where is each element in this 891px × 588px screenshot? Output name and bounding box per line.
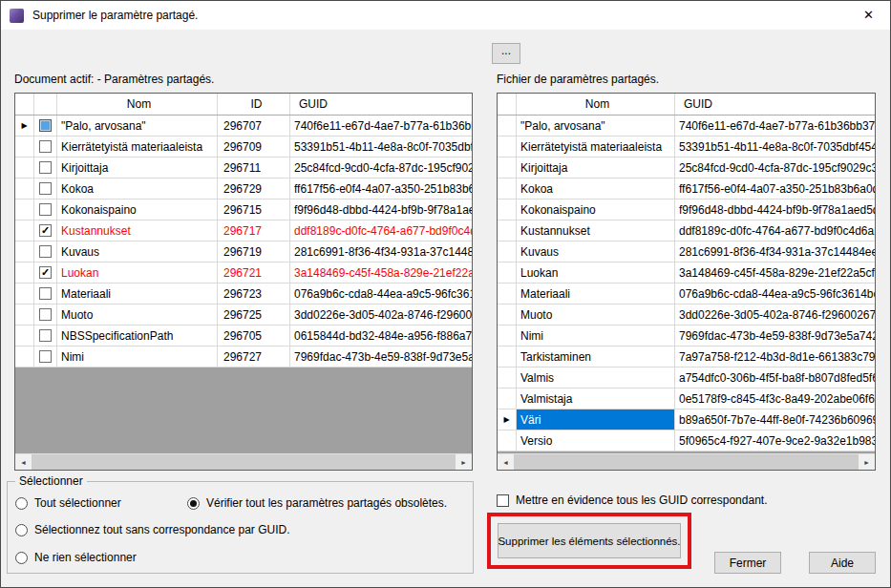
file-table-row[interactable]: Versio5f0965c4-f927-407e-9ce2-9a32e1b983… (498, 430, 875, 452)
row-checkbox-cell[interactable] (34, 304, 57, 325)
row-checkbox-cell[interactable]: ✓ (34, 262, 57, 283)
row-checkbox-cell[interactable] (34, 346, 57, 367)
file-table-row[interactable]: Nimi7969fdac-473b-4e59-838f-9d73e5a74295 (498, 326, 875, 346)
document-table-hscrollbar[interactable]: ◄ ► (15, 453, 472, 470)
row-checkbox-cell[interactable] (34, 136, 57, 157)
scroll-right-arrow-icon[interactable]: ► (859, 454, 875, 470)
file-table-row[interactable]: ▶Värib89a650f-7b7e-44ff-8e0f-74236b60969… (498, 410, 875, 430)
radio-select-none[interactable]: Ne rien sélectionner (15, 551, 137, 564)
scrollbar-thumb[interactable] (32, 454, 456, 470)
file-table-row[interactable]: Muoto3dd0226e-3d05-402a-8746-f296002671e… (498, 304, 875, 326)
document-table-row[interactable]: NBSSpecificationPath2967050615844d-bd32-… (15, 326, 472, 346)
row-checkbox-cell[interactable] (34, 116, 57, 136)
row-checkbox[interactable]: ✓ (39, 224, 52, 237)
param-name-cell: Valmistaja (517, 388, 675, 409)
row-checkbox[interactable] (39, 182, 52, 195)
file-table-row[interactable]: Valmisa754dfc0-306b-4f5f-ba8f-b807d8fed5… (498, 368, 875, 388)
file-table-row[interactable]: Kokoaff617f56-e0f4-4a07-a350-251b83b6a0d… (498, 178, 875, 200)
row-checkbox[interactable] (39, 350, 52, 363)
current-row-marker (498, 178, 517, 199)
document-table-row[interactable]: Kierrätetyistä materiaaleista29670953391… (15, 136, 472, 158)
help-button[interactable]: Aide (809, 552, 876, 574)
current-row-marker (498, 116, 517, 136)
file-table-row[interactable]: "Palo, arvosana"740f6e11-e67d-4ae7-b77a-… (498, 116, 875, 136)
param-id-cell: 296715 (218, 200, 290, 220)
scroll-left-arrow-icon[interactable]: ◄ (498, 454, 514, 470)
document-parameters-table: Nom ID GUID ▶"Palo, arvosana"296707740f6… (14, 93, 473, 471)
delete-selected-button[interactable]: Supprimer les éléments sélectionnés. (498, 523, 681, 558)
document-table-row[interactable]: Kirjoittaja29671125c84fcd-9cd0-4cfa-87dc… (15, 158, 472, 178)
row-checkbox[interactable] (39, 140, 52, 153)
file-table-row[interactable]: Kustannuksetddf8189c-d0fc-4764-a677-bd9f… (498, 220, 875, 242)
document-table-row[interactable]: Kuvaus296719281c6991-8f36-4f34-931a-37c1… (15, 242, 472, 262)
document-table-row[interactable]: Kokoa296729ff617f56-e0f4-4a07-a350-251b8… (15, 178, 472, 200)
document-table-row[interactable]: Materiaali296723076a9b6c-cda8-44ea-a9c5-… (15, 284, 472, 304)
file-table-row[interactable]: Kuvaus281c6991-8f36-4f34-931a-37c14484ee… (498, 242, 875, 262)
current-row-marker (498, 136, 517, 157)
row-checkbox[interactable] (39, 203, 52, 216)
row-checkbox-cell[interactable] (34, 158, 57, 178)
scroll-right-arrow-icon[interactable]: ► (456, 454, 472, 470)
document-table-row[interactable]: Nimi2967277969fdac-473b-4e59-838f-9d73e5… (15, 346, 472, 368)
radio-check-obsolete[interactable]: Vérifier tout les paramètres partagés ob… (187, 496, 447, 510)
selection-groupbox: Sélectionner Tout sélectionner Vérifier … (7, 481, 474, 574)
id-column-header[interactable]: ID (218, 94, 290, 115)
document-table-row[interactable]: Kokonaispaino296715f9f96d48-dbbd-4424-bf… (15, 200, 472, 220)
document-table-row[interactable]: ▶"Palo, arvosana"296707740f6e11-e67d-4ae… (15, 116, 472, 136)
radio-icon[interactable] (15, 497, 28, 510)
file-table-row[interactable]: Kierrätetyistä materiaaleista53391b51-4b… (498, 136, 875, 158)
radio-select-no-guid-match[interactable]: Sélectionnez tout sans correspondance pa… (15, 523, 289, 536)
marker-column-header (15, 94, 34, 115)
radio-icon[interactable] (15, 552, 28, 564)
document-table-row[interactable]: ✓Kustannukset296717ddf8189c-d0fc-4764-a6… (15, 220, 472, 242)
app-icon (10, 9, 24, 23)
file-table-row[interactable]: Valmistaja0e5178f9-c845-4f3c-8a49-202abe… (498, 388, 875, 410)
param-name-cell: "Palo, arvosana" (57, 116, 218, 136)
param-name-cell: Kirjoittaja (517, 158, 675, 178)
row-checkbox[interactable] (39, 245, 52, 258)
param-name-cell: Väri (517, 410, 675, 430)
file-table-hscrollbar[interactable]: ◄ ► (498, 453, 875, 470)
param-guid-cell: ddf8189c-d0fc-4764-a677-bd9f0c4d6a2d (675, 220, 875, 241)
row-checkbox-cell[interactable] (34, 242, 57, 262)
checkbox-icon[interactable] (497, 494, 509, 507)
document-table-row[interactable]: Muoto2967253dd0226e-3d05-402a-8746-f2960… (15, 304, 472, 326)
row-checkbox-cell[interactable] (34, 178, 57, 199)
close-dialog-button[interactable]: Fermer (714, 552, 781, 574)
param-name-cell: Kuvaus (57, 242, 218, 262)
guid-column-header[interactable]: GUID (290, 94, 472, 115)
highlight-guid-checkbox[interactable]: Mettre en évidence tous les GUID corresp… (497, 494, 767, 507)
name-column-header[interactable]: Nom (57, 94, 218, 115)
current-row-marker (498, 262, 517, 283)
row-checkbox-cell[interactable]: ✓ (34, 220, 57, 241)
file-table-row[interactable]: Kokonaispainof9f96d48-dbbd-4424-bf9b-9f7… (498, 200, 875, 220)
row-checkbox[interactable] (39, 329, 52, 342)
file-table-row[interactable]: Materiaali076a9b6c-cda8-44ea-a9c5-96fc36… (498, 284, 875, 304)
current-row-marker (15, 136, 34, 157)
radio-icon[interactable] (187, 497, 200, 510)
param-name-cell: Luokan (57, 262, 218, 283)
red-highlight-annotation: Supprimer les éléments sélectionnés. (487, 513, 691, 569)
row-checkbox-cell[interactable] (34, 326, 57, 346)
scrollbar-thumb[interactable] (514, 454, 859, 470)
radio-icon[interactable] (15, 524, 28, 536)
row-checkbox-cell[interactable] (34, 284, 57, 304)
row-checkbox[interactable] (39, 287, 52, 300)
scroll-left-arrow-icon[interactable]: ◄ (15, 454, 32, 470)
row-checkbox[interactable] (39, 161, 52, 174)
row-checkbox[interactable] (39, 308, 52, 321)
name-column-header[interactable]: Nom (517, 94, 675, 115)
document-table-row[interactable]: ✓Luokan2967213a148469-c45f-458a-829e-21e… (15, 262, 472, 284)
row-checkbox-cell[interactable] (34, 200, 57, 220)
guid-column-header[interactable]: GUID (675, 94, 875, 115)
param-id-cell: 296725 (218, 304, 290, 325)
file-table-row[interactable]: Kirjoittaja25c84fcd-9cd0-4cfa-87dc-195cf… (498, 158, 875, 178)
browse-button[interactable]: ... (492, 43, 520, 64)
row-checkbox[interactable] (39, 119, 52, 132)
file-table-row[interactable]: Luokan3a148469-c45f-458a-829e-21ef22a5cf… (498, 262, 875, 284)
file-table-row[interactable]: Tarkistaminen7a97a758-f212-4b3d-8d1e-661… (498, 346, 875, 368)
param-guid-cell: b89a650f-7b7e-44ff-8e0f-74236b609694 (675, 410, 875, 430)
row-checkbox[interactable]: ✓ (39, 266, 52, 279)
radio-select-all[interactable]: Tout sélectionner (15, 496, 121, 510)
close-icon[interactable]: ✕ (847, 1, 890, 29)
